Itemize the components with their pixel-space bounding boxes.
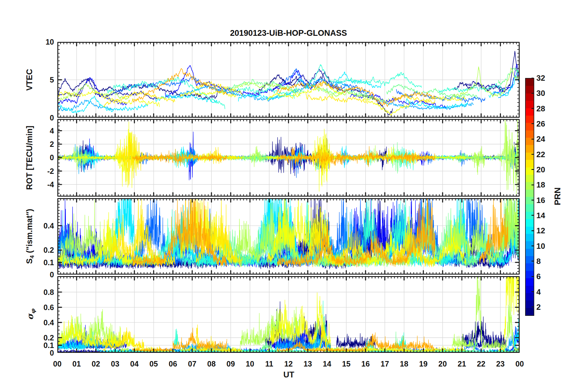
y-tick-label: -2: [18, 167, 54, 176]
x-tick-label: 14: [317, 359, 337, 368]
x-tick-label: 09: [221, 359, 241, 368]
colorbar-block: [526, 145, 534, 152]
colorbar: [525, 78, 534, 316]
colorbar-tick-label: 8: [536, 256, 561, 266]
colorbar-tick-label: 16: [536, 195, 561, 205]
x-tick-label: 00: [48, 359, 67, 368]
colorbar-tick: [531, 108, 534, 109]
y-tick-label: 0.8: [18, 288, 54, 297]
x-tick-label: 13: [298, 359, 318, 368]
colorbar-block: [526, 263, 534, 271]
x-tick-label: 17: [375, 359, 395, 368]
colorbar-tick: [531, 276, 534, 277]
x-tick-label: 02: [86, 359, 106, 368]
colorbar-tick-label: 32: [536, 73, 561, 83]
x-tick-label: 03: [106, 359, 125, 368]
colorbar-block: [526, 204, 534, 211]
colorbar-tick-label: 18: [536, 180, 561, 190]
colorbar-block: [526, 271, 534, 278]
colorbar-block: [526, 175, 534, 182]
colorbar-tick-label: 12: [536, 226, 561, 235]
colorbar-tick: [531, 261, 534, 262]
y-axis-label-sigma-phi: σφ: [25, 251, 35, 378]
y-tick-label: 4: [18, 126, 54, 135]
colorbar-block: [526, 167, 534, 175]
y-tick-label: 0.4: [18, 221, 54, 230]
y-tick-label: 10: [18, 37, 54, 46]
x-tick-label: 10: [240, 359, 260, 368]
chart-panel-s4: [57, 198, 520, 275]
colorbar-block: [526, 86, 534, 93]
colorbar-tick: [531, 291, 534, 292]
colorbar-tick-label: 30: [536, 88, 561, 98]
colorbar-tick-label: 6: [536, 272, 561, 281]
y-tick-label: -4: [18, 180, 54, 189]
colorbar-block: [526, 93, 534, 101]
x-tick-label: 07: [183, 359, 202, 368]
x-tick-label: 20: [433, 359, 452, 368]
colorbar-tick: [531, 306, 534, 307]
colorbar-tick: [531, 230, 534, 231]
colorbar-block: [526, 234, 534, 241]
x-tick-label: 18: [394, 359, 414, 368]
colorbar-block: [526, 308, 534, 315]
colorbar-tick-label: 10: [536, 241, 561, 251]
x-tick-label: 01: [67, 359, 86, 368]
x-tick-label: 21: [452, 359, 472, 368]
colorbar-block: [526, 241, 534, 248]
colorbar-tick: [531, 215, 534, 216]
colorbar-tick-label: 14: [536, 211, 561, 220]
x-tick-label: 08: [202, 359, 221, 368]
colorbar-tick-label: 24: [536, 134, 561, 144]
y-tick-label: 0.2: [18, 333, 54, 342]
y-tick-label: 0.1: [18, 258, 54, 267]
colorbar-tick: [531, 169, 534, 170]
chart-title: 20190123-UiB-HOP-GLONASS: [57, 29, 520, 38]
colorbar-tick-label: 20: [536, 165, 561, 174]
chart-panel-rot: [57, 119, 520, 197]
colorbar-block: [526, 190, 534, 197]
x-tick-label: 22: [471, 359, 491, 368]
colorbar-tick: [531, 245, 534, 246]
x-axis-label: UT: [273, 370, 305, 380]
colorbar-tick: [531, 200, 534, 201]
colorbar-tick: [531, 139, 534, 140]
colorbar-block: [526, 219, 534, 226]
colorbar-tick-label: 22: [536, 150, 561, 159]
x-tick-label: 06: [163, 359, 183, 368]
y-tick-label: 0: [18, 153, 54, 162]
colorbar-block: [526, 130, 534, 138]
colorbar-block: [526, 108, 534, 116]
colorbar-tick: [531, 78, 534, 79]
colorbar-tick-label: 28: [536, 104, 561, 113]
x-tick-label: 00: [510, 359, 529, 368]
colorbar-tick: [531, 154, 534, 155]
x-tick-label: 11: [260, 359, 279, 368]
colorbar-block: [526, 79, 534, 86]
colorbar-block: [526, 160, 534, 167]
colorbar-block: [526, 278, 534, 286]
colorbar-tick-label: 2: [536, 302, 561, 312]
chart-panel-sigma-phi: [57, 276, 520, 353]
colorbar-block: [526, 101, 534, 108]
colorbar-tick: [531, 123, 534, 124]
colorbar-block: [526, 182, 534, 189]
x-tick-label: 16: [356, 359, 375, 368]
colorbar-tick: [531, 93, 534, 94]
x-tick-label: 12: [279, 359, 298, 368]
y-tick-label: 2: [18, 140, 54, 149]
colorbar-block: [526, 249, 534, 256]
x-tick-label: 15: [337, 359, 356, 368]
colorbar-tick: [531, 184, 534, 185]
colorbar-block: [526, 256, 534, 263]
x-tick-label: 19: [414, 359, 433, 368]
colorbar-tick-label: 26: [536, 119, 561, 129]
figure: 20190123-UiB-HOP-GLONASS VTEC ROT [TECU/…: [0, 0, 577, 392]
x-tick-label: 23: [491, 359, 510, 368]
y-tick-label: 0.4: [18, 318, 54, 327]
y-tick-label: 0.6: [18, 303, 54, 312]
colorbar-tick-label: 4: [536, 287, 561, 297]
colorbar-block: [526, 293, 534, 300]
chart-panel-vtec: [57, 42, 520, 118]
colorbar-block: [526, 197, 534, 204]
